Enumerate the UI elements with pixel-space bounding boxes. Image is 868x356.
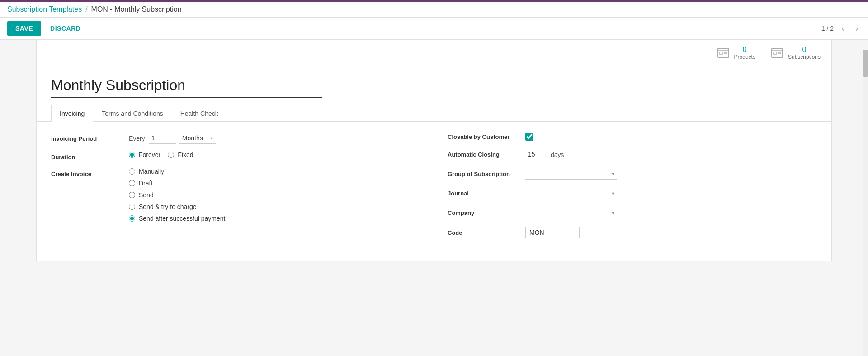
- products-smart-button[interactable]: 0 Products: [716, 46, 755, 60]
- discard-button[interactable]: DISCARD: [45, 21, 86, 36]
- group-subscription-input[interactable]: [525, 168, 617, 180]
- tab-terms[interactable]: Terms and Conditions: [93, 105, 171, 122]
- automatic-closing-row: Automatic Closing days: [448, 149, 817, 160]
- automatic-closing-input[interactable]: [525, 149, 548, 160]
- main-content: 0 Products 0 Subscriptions: [0, 40, 868, 346]
- products-icon: [716, 46, 731, 60]
- pagination-info: 1 / 2: [821, 25, 834, 32]
- products-info: 0 Products: [734, 46, 755, 60]
- create-invoice-radio-group: Manually Draft Send: [129, 168, 225, 222]
- closable-label: Closable by Customer: [448, 133, 520, 140]
- save-button[interactable]: SAVE: [7, 21, 41, 36]
- duration-row: Duration Forever Fixed: [51, 151, 420, 161]
- create-invoice-send-after-payment-label: Send after successful payment: [139, 215, 225, 222]
- duration-fixed[interactable]: Fixed: [168, 151, 193, 158]
- automatic-closing-label: Automatic Closing: [448, 151, 520, 158]
- journal-input[interactable]: [525, 188, 617, 199]
- toolbar-right: 1 / 2 ‹ ›: [821, 23, 861, 34]
- create-invoice-row: Create Invoice Manually Draft: [51, 168, 420, 222]
- invoicing-period-label: Invoicing Period: [51, 133, 123, 142]
- group-subscription-label: Group of Subscription: [448, 171, 520, 177]
- invoicing-period-unit-select[interactable]: Months Weeks Days: [179, 133, 216, 144]
- days-label: days: [551, 151, 564, 158]
- journal-row: Journal ▼: [448, 188, 817, 199]
- subscriptions-icon: [770, 46, 784, 60]
- journal-label: Journal: [448, 190, 520, 197]
- invoicing-period-row: Invoicing Period Every Months Weeks Days: [51, 133, 420, 144]
- duration-fixed-radio[interactable]: [168, 152, 174, 158]
- subscriptions-smart-button[interactable]: 0 Subscriptions: [770, 46, 821, 60]
- create-invoice-manually-label: Manually: [139, 168, 164, 175]
- breadcrumb-separator: /: [85, 5, 87, 14]
- duration-value: Forever Fixed: [129, 151, 420, 158]
- closable-row: Closable by Customer: [448, 133, 817, 141]
- group-subscription-row: Group of Subscription ▼: [448, 168, 817, 180]
- create-invoice-send-label: Send: [139, 191, 154, 199]
- duration-forever-radio[interactable]: [129, 152, 135, 158]
- app-header: Subscription Templates / MON - Monthly S…: [0, 2, 868, 18]
- code-value: [525, 227, 580, 238]
- group-subscription-value: ▼: [525, 168, 617, 180]
- group-subscription-wrapper: ▼: [525, 168, 617, 180]
- tab-content-invoicing: Invoicing Period Every Months Weeks Days: [37, 122, 831, 261]
- form-title[interactable]: Monthly Subscription: [51, 77, 322, 98]
- subscriptions-count: 0: [802, 46, 807, 54]
- products-count: 0: [743, 46, 747, 54]
- code-row: Code: [448, 227, 817, 238]
- subscriptions-info: 0 Subscriptions: [788, 46, 821, 60]
- form-section-right: Closable by Customer Automatic Closing d…: [448, 133, 817, 247]
- duration-forever[interactable]: Forever: [129, 151, 160, 158]
- automatic-closing-value: days: [525, 149, 564, 160]
- journal-wrapper: ▼: [525, 188, 617, 199]
- closable-value: [525, 133, 533, 141]
- company-label: Company: [448, 209, 520, 216]
- closable-checkbox[interactable]: [525, 133, 533, 141]
- tab-invoicing[interactable]: Invoicing: [51, 105, 93, 122]
- create-invoice-send[interactable]: Send: [129, 191, 225, 199]
- svg-rect-2: [720, 52, 722, 55]
- toolbar-left: SAVE DISCARD: [7, 21, 86, 36]
- duration-label: Duration: [51, 151, 123, 161]
- prev-button[interactable]: ‹: [839, 23, 847, 34]
- company-wrapper: ▼: [525, 207, 617, 218]
- products-label: Products: [734, 54, 755, 60]
- create-invoice-send-try-charge-label: Send & try to charge: [139, 203, 197, 210]
- create-invoice-manually[interactable]: Manually: [129, 168, 225, 175]
- duration-forever-label: Forever: [139, 151, 160, 158]
- form-card: 0 Products 0 Subscriptions: [36, 40, 832, 261]
- create-invoice-send-try-charge-radio[interactable]: [129, 204, 135, 210]
- code-label: Code: [448, 229, 520, 236]
- create-invoice-options: Manually Draft Send: [129, 168, 420, 222]
- scrollbar-thumb[interactable]: [863, 50, 868, 77]
- smart-buttons-bar: 0 Products 0 Subscriptions: [37, 40, 831, 66]
- invoicing-period-unit-wrapper: Months Weeks Days: [179, 133, 216, 144]
- company-row: Company ▼: [448, 207, 817, 218]
- code-input[interactable]: [525, 227, 580, 238]
- breadcrumb-link[interactable]: Subscription Templates: [7, 5, 82, 14]
- create-invoice-manually-radio[interactable]: [129, 168, 135, 175]
- next-button[interactable]: ›: [853, 23, 861, 34]
- breadcrumb-current: MON - Monthly Subscription: [91, 5, 182, 14]
- company-value: ▼: [525, 207, 617, 218]
- create-invoice-draft[interactable]: Draft: [129, 180, 225, 187]
- create-invoice-send-after-payment[interactable]: Send after successful payment: [129, 215, 225, 222]
- tabs-bar: Invoicing Terms and Conditions Health Ch…: [37, 105, 831, 122]
- subscriptions-label: Subscriptions: [788, 54, 821, 60]
- svg-rect-7: [774, 52, 776, 55]
- company-input[interactable]: [525, 207, 617, 218]
- form-title-area: Monthly Subscription: [37, 66, 831, 105]
- create-invoice-label: Create Invoice: [51, 168, 123, 177]
- form-section-left: Invoicing Period Every Months Weeks Days: [51, 133, 420, 247]
- invoicing-period-value: Every Months Weeks Days: [129, 133, 420, 144]
- toolbar: SAVE DISCARD 1 / 2 ‹ ›: [0, 18, 868, 40]
- create-invoice-send-after-payment-radio[interactable]: [129, 215, 135, 222]
- create-invoice-draft-radio[interactable]: [129, 180, 135, 186]
- duration-fixed-label: Fixed: [178, 151, 193, 158]
- tab-health-check[interactable]: Health Check: [172, 105, 227, 122]
- create-invoice-send-try-charge[interactable]: Send & try to charge: [129, 203, 225, 210]
- breadcrumb: Subscription Templates / MON - Monthly S…: [7, 5, 182, 14]
- scrollbar[interactable]: [863, 50, 868, 346]
- form-grid: Invoicing Period Every Months Weeks Days: [51, 133, 817, 247]
- create-invoice-send-radio[interactable]: [129, 192, 135, 198]
- invoicing-period-input[interactable]: [149, 133, 176, 144]
